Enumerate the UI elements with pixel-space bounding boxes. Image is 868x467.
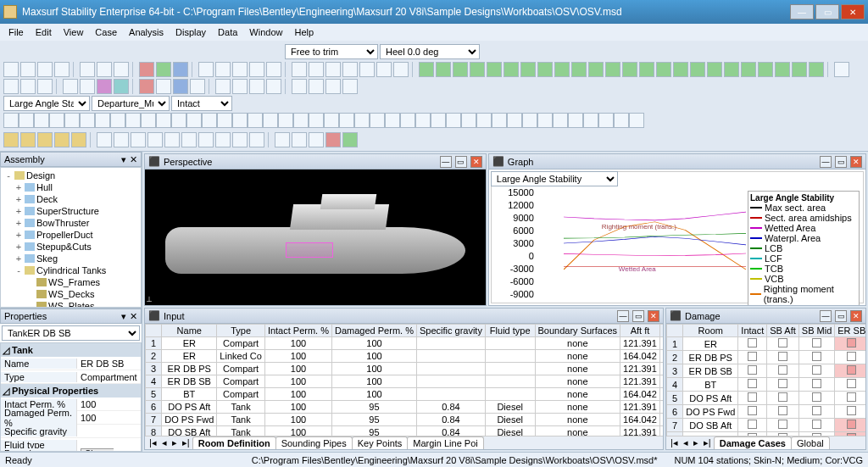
toolbar-button[interactable] xyxy=(215,132,231,147)
assembly-dropdown-icon[interactable]: ▾ xyxy=(121,154,126,165)
toolbar-button[interactable] xyxy=(64,113,80,128)
menu-edit[interactable]: Edit xyxy=(31,25,57,39)
toolbar-button[interactable] xyxy=(3,62,19,77)
input-max-button[interactable]: ▭ xyxy=(632,310,644,322)
toolbar-button[interactable] xyxy=(156,62,171,77)
toolbar-button[interactable] xyxy=(198,62,214,77)
toolbar-button[interactable] xyxy=(724,62,739,77)
menu-view[interactable]: View xyxy=(58,25,89,39)
toolbar-button[interactable] xyxy=(110,113,125,128)
toolbar-button[interactable] xyxy=(97,132,112,147)
toolbar-button[interactable] xyxy=(80,62,95,77)
damage-close-button[interactable]: ✕ xyxy=(850,310,862,322)
dtab-nav-last[interactable]: ▸| xyxy=(701,437,714,448)
toolbar-button[interactable] xyxy=(431,113,446,128)
toolbar-button[interactable] xyxy=(232,79,248,94)
toolbar-button[interactable] xyxy=(522,113,537,128)
toolbar-button[interactable] xyxy=(278,113,293,128)
toolbar-button[interactable] xyxy=(54,62,70,77)
toolbar-button[interactable] xyxy=(554,62,570,77)
graph-type-combo[interactable]: Large Angle Stability xyxy=(491,171,618,186)
toolbar-button[interactable] xyxy=(326,132,341,147)
toolbar-button[interactable] xyxy=(707,62,722,77)
toolbar-button[interactable] xyxy=(114,132,129,147)
table-row[interactable]: 7DO PS FwdTank100950.84Dieselnone164.042… xyxy=(146,414,664,426)
column-header[interactable]: Fluid type xyxy=(485,325,535,337)
toolbar-button[interactable] xyxy=(436,62,451,77)
toolbar-button[interactable] xyxy=(537,113,553,128)
toolbar-button[interactable] xyxy=(309,62,324,77)
toolbar-button[interactable] xyxy=(415,113,431,128)
tab-nav-first[interactable]: |◂ xyxy=(147,437,159,448)
toolbar-button[interactable] xyxy=(504,62,519,77)
toolbar-button[interactable] xyxy=(809,62,824,77)
tab-nav-prev[interactable]: ◂ xyxy=(159,437,170,448)
toolbar-button[interactable] xyxy=(217,113,232,128)
tree-item[interactable]: -Cylindrical Tanks xyxy=(3,264,139,276)
toolbar-button[interactable] xyxy=(232,62,248,77)
minimize-button[interactable]: ― xyxy=(790,4,814,19)
toolbar-button[interactable] xyxy=(63,79,78,94)
graph-close-button[interactable]: ✕ xyxy=(850,156,862,168)
column-header[interactable]: Aft ft xyxy=(620,325,660,337)
toolbar-button[interactable] xyxy=(492,113,507,128)
intact-combo[interactable]: Intact xyxy=(171,96,232,111)
toolbar-button[interactable] xyxy=(741,62,756,77)
menu-data[interactable]: Data xyxy=(213,25,242,39)
toolbar-button[interactable] xyxy=(673,62,688,77)
graph-min-button[interactable]: ― xyxy=(820,156,832,168)
column-header[interactable]: Name xyxy=(162,325,217,337)
toolbar-button[interactable] xyxy=(568,113,583,128)
tree-item[interactable]: +Stepup&Cuts xyxy=(3,241,139,253)
toolbar-button[interactable] xyxy=(537,62,553,77)
column-header[interactable]: Room xyxy=(683,325,738,337)
table-row[interactable]: 1ERCompart100100none121.391164.042-26.24… xyxy=(146,337,664,350)
toolbar-button[interactable] xyxy=(37,79,53,94)
damage-max-button[interactable]: ▭ xyxy=(835,310,847,322)
tab-margin-line-poi[interactable]: Margin Line Poi xyxy=(407,436,483,449)
close-button[interactable]: ✕ xyxy=(841,4,865,19)
toolbar-button[interactable] xyxy=(114,79,129,94)
properties-dropdown-icon[interactable]: ▾ xyxy=(121,311,126,322)
perspective-min-button[interactable]: ― xyxy=(440,156,452,168)
perspective-close-button[interactable]: ✕ xyxy=(470,156,482,168)
table-row[interactable]: 3ER DB PSCompart100100none121.391164.042… xyxy=(146,363,664,375)
toolbar-button[interactable] xyxy=(326,62,341,77)
tab-global[interactable]: Global xyxy=(791,436,830,449)
input-table[interactable]: NameTypeIntact Perm. %Damaged Perm. %Spe… xyxy=(145,324,663,436)
toolbar-button[interactable] xyxy=(125,113,141,128)
toolbar-button[interactable] xyxy=(173,62,188,77)
toolbar-button[interactable] xyxy=(758,62,773,77)
toolbar-button[interactable] xyxy=(249,79,264,94)
toolbar-button[interactable] xyxy=(19,113,34,128)
graph-max-button[interactable]: ▭ xyxy=(835,156,847,168)
menu-file[interactable]: File xyxy=(3,25,29,39)
toolbar-button[interactable] xyxy=(370,113,385,128)
property-row[interactable]: NameER DB SB xyxy=(1,357,141,370)
tree-item[interactable]: WS_Decks xyxy=(3,288,139,300)
column-header[interactable]: Specific gravity xyxy=(416,325,485,337)
toolbar-button[interactable] xyxy=(622,62,637,77)
toolbar-button[interactable] xyxy=(164,132,180,147)
toolbar-button[interactable] xyxy=(266,62,281,77)
toolbar-button[interactable] xyxy=(354,113,370,128)
toolbar-button[interactable] xyxy=(71,132,86,147)
input-tabs[interactable]: |◂ ◂ ▸ ▸| Room DefinitionSounding PipesK… xyxy=(145,436,663,449)
stability-combo[interactable]: Large Angle Stabili xyxy=(3,96,90,111)
dtab-nav-next[interactable]: ▸ xyxy=(691,437,701,448)
tree-item[interactable]: +PropellerDuct xyxy=(3,229,139,241)
table-row[interactable]: 2ER DB PS xyxy=(667,351,866,364)
tree-item[interactable]: +Skeg xyxy=(3,253,139,264)
damage-table[interactable]: RoomIntactSB AftSB MidER SBSB Fwd1ER2ER … xyxy=(666,324,865,436)
toolbar-button[interactable] xyxy=(215,62,231,77)
heel-combo[interactable]: Heel 0.0 deg xyxy=(380,44,480,59)
toolbar-button[interactable] xyxy=(614,113,629,128)
toolbar-button[interactable] xyxy=(114,62,129,77)
toolbar-button[interactable] xyxy=(629,113,644,128)
assembly-tree[interactable]: -Design+Hull+Deck+SuperStructure+BowThru… xyxy=(0,167,142,308)
damage-tabs[interactable]: |◂ ◂ ▸ ▸| Damage CasesGlobal xyxy=(666,436,865,449)
toolbar-button[interactable] xyxy=(190,79,205,94)
column-header[interactable] xyxy=(667,325,683,337)
toolbar-button[interactable] xyxy=(453,62,468,77)
toolbar-button[interactable] xyxy=(385,113,400,128)
